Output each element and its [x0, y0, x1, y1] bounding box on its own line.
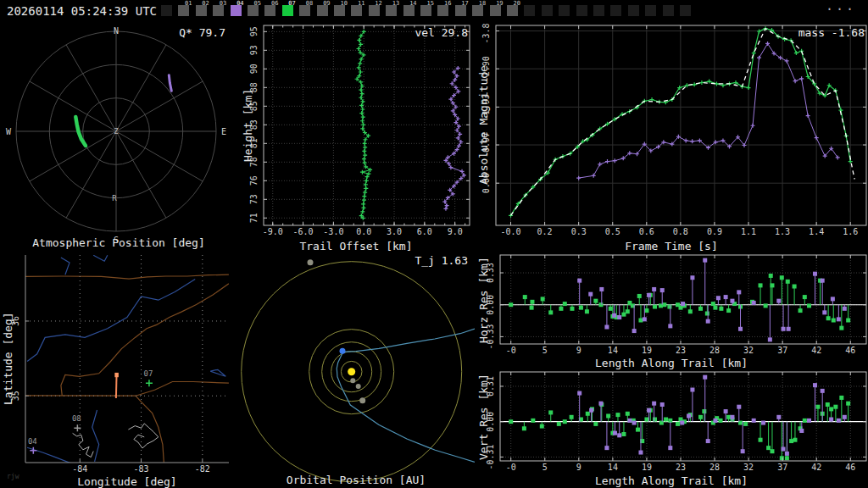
svg-text:-6.0: -6.0: [293, 227, 314, 236]
station-box-label: 02: [202, 1, 209, 7]
trail-x-axis-label: Trail Offset [km]: [237, 240, 475, 252]
svg-text:-0.0: -0.0: [500, 227, 520, 236]
station-box-empty[interactable]: [593, 5, 604, 16]
planet-c-marker: [359, 397, 365, 403]
overflow-menu-button[interactable]: ...: [826, 0, 856, 14]
svg-text:-0: -0: [506, 463, 516, 472]
panel-absolute-magnitude: -0.00.20.30.50.60.80.91.11.31.41.60.00-0…: [475, 24, 868, 252]
station-box-empty[interactable]: [559, 5, 570, 16]
station-box-17[interactable]: 17: [455, 5, 466, 16]
ground-map-chart: 040708-84-83-823536: [0, 252, 237, 488]
svg-text:42: 42: [811, 346, 821, 355]
panel-vertical-residuals: -0591419232832374246-0.310.000.31 Vert R…: [475, 370, 868, 488]
sky-track-04: [169, 75, 171, 92]
station-box-01[interactable]: 01: [178, 5, 189, 16]
river: [61, 258, 70, 274]
svg-text:E: E: [221, 127, 226, 136]
urban-area: [128, 424, 158, 448]
station-box-label: 09: [323, 1, 330, 7]
station-box-label: 13: [392, 1, 399, 7]
grid: [500, 255, 866, 344]
station-box-11[interactable]: 11: [351, 5, 362, 16]
svg-text:0.8: 0.8: [673, 227, 688, 236]
station-box-empty[interactable]: [663, 5, 674, 16]
svg-text:37: 37: [777, 346, 787, 355]
station-box-03[interactable]: 03: [213, 5, 224, 16]
station-box-label: 17: [461, 1, 468, 7]
river: [92, 410, 99, 462]
station-box-label: 03: [220, 1, 226, 7]
station-box-06[interactable]: 06: [264, 5, 275, 16]
station-box-empty[interactable]: [628, 5, 639, 16]
svg-text:3.0: 3.0: [387, 227, 402, 236]
svg-text:-0: -0: [506, 346, 516, 355]
station-box-16[interactable]: 16: [437, 5, 448, 16]
station-box-empty[interactable]: [524, 5, 535, 16]
station-box-18[interactable]: 18: [472, 5, 483, 16]
station-box-12[interactable]: 12: [369, 5, 380, 16]
station-box-15[interactable]: 15: [420, 5, 431, 16]
station-box-label: 04: [236, 1, 243, 7]
series-station-07: [509, 396, 850, 460]
station-box-08[interactable]: 08: [299, 5, 310, 16]
river: [210, 369, 225, 376]
svg-text:28: 28: [709, 463, 720, 472]
station-box-label: 10: [341, 1, 348, 7]
station-box-label: 12: [375, 1, 381, 7]
svg-text:-82: -82: [195, 464, 210, 474]
earth-marker: [340, 348, 346, 354]
station-box-14[interactable]: 14: [403, 5, 415, 16]
svg-text:23: 23: [676, 346, 686, 355]
tisserand-annotation: T_j 1.63: [415, 254, 468, 267]
station-box-10[interactable]: 10: [334, 5, 345, 16]
station-box-07[interactable]: 07: [282, 5, 293, 16]
vert-res-chart: -0591419232832374246-0.310.000.31: [475, 370, 868, 488]
panel-ground-map: 040708-84-83-823536 Latitude [deg] Longi…: [0, 252, 237, 488]
svg-text:46: 46: [845, 346, 855, 355]
series-station-04: [577, 258, 847, 342]
station-box-label: 06: [271, 1, 278, 7]
station-box-05[interactable]: 05: [248, 5, 259, 16]
station-box-19[interactable]: 19: [490, 5, 501, 16]
station-box-04[interactable]: 04: [231, 5, 242, 16]
station-box-empty[interactable]: [680, 5, 691, 16]
atmospheric-position-chart: NSWEZR: [0, 24, 237, 252]
magnitude-y-axis-label: Absolute Magnitude: [477, 65, 490, 185]
axis-ticks: -0.00.20.30.50.60.80.91.11.31.41.60.00-0…: [481, 24, 866, 236]
svg-text:1.6: 1.6: [843, 227, 858, 236]
horz-res-x-axis-label: Length Along Trail [km]: [475, 357, 868, 369]
svg-text:0.2: 0.2: [537, 227, 553, 236]
station-box-empty[interactable]: [542, 5, 553, 16]
velocity-annotation: vel 29.8: [415, 26, 468, 39]
svg-text:1.4: 1.4: [809, 227, 824, 236]
station-box-label: 20: [514, 1, 520, 7]
station-box-09[interactable]: 09: [317, 5, 328, 16]
station-box-label: 11: [358, 1, 364, 7]
vert-res-y-axis-label: Vert Res [km]: [477, 374, 490, 460]
planet-a-marker: [350, 378, 355, 383]
station-box-empty[interactable]: [610, 5, 621, 16]
svg-text:37: 37: [777, 463, 787, 472]
svg-text:19: 19: [642, 463, 652, 472]
station-box-label: 07: [288, 1, 295, 7]
top-bar: 20260114 05:24:39 UTC 010203040506070809…: [0, 0, 868, 24]
svg-text:9: 9: [576, 346, 581, 355]
svg-text:9: 9: [576, 463, 581, 472]
station-box-empty[interactable]: [576, 5, 587, 16]
svg-text:W: W: [6, 127, 12, 136]
state-border: [61, 284, 229, 396]
horz-res-chart: -0591419232832374246-0.330.000.33: [475, 252, 868, 370]
state-border: [136, 396, 164, 463]
svg-text:5: 5: [542, 463, 548, 472]
svg-text:0.0: 0.0: [356, 227, 371, 236]
station-box-20[interactable]: 20: [507, 5, 518, 16]
svg-text:-84: -84: [72, 464, 87, 474]
station-box-empty[interactable]: [161, 5, 172, 16]
svg-text:95: 95: [249, 26, 259, 36]
station-box-02[interactable]: 02: [196, 5, 207, 16]
grid: [264, 25, 470, 225]
station-box-empty[interactable]: [645, 5, 656, 16]
station-box-label: 14: [409, 1, 416, 7]
series-station-04: [576, 42, 840, 180]
station-box-13[interactable]: 13: [386, 5, 397, 16]
